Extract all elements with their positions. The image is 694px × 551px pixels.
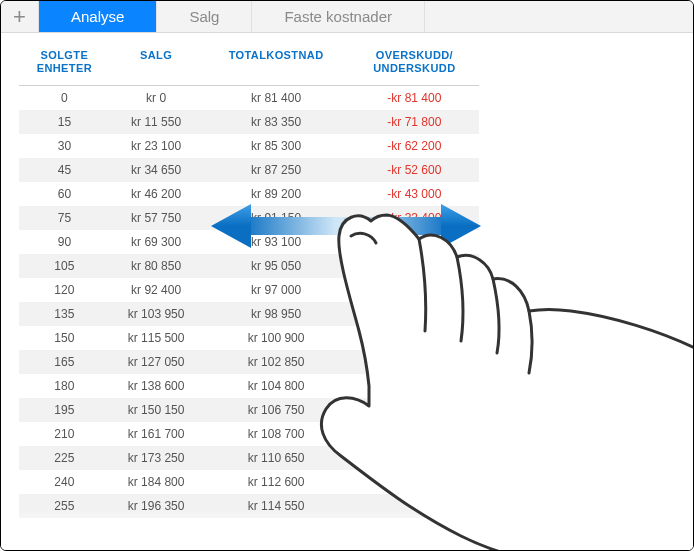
cell-cost[interactable]: kr 95 050 xyxy=(202,254,349,278)
cell-sales[interactable]: kr 127 050 xyxy=(110,350,203,374)
cell-cost[interactable]: kr 112 600 xyxy=(202,470,349,494)
table-row[interactable]: 150kr 115 500kr 100 900 xyxy=(19,326,479,350)
cell-profit[interactable] xyxy=(350,446,479,470)
cell-profit[interactable]: -kr 14 200 xyxy=(350,254,479,278)
cell-profit[interactable] xyxy=(350,422,479,446)
table-row[interactable]: 165kr 127 050kr 102 850kr xyxy=(19,350,479,374)
cell-cost[interactable]: kr 104 800 xyxy=(202,374,349,398)
cell-units[interactable]: 0 xyxy=(19,86,110,111)
cell-units[interactable]: 225 xyxy=(19,446,110,470)
cell-units[interactable]: 135 xyxy=(19,302,110,326)
cell-sales[interactable]: kr 0 xyxy=(110,86,203,111)
table-row[interactable]: 210kr 161 700kr 108 700 xyxy=(19,422,479,446)
cell-sales[interactable]: kr 57 750 xyxy=(110,206,203,230)
col-header-units[interactable]: SOLGTE ENHETER xyxy=(19,43,110,86)
table-row[interactable]: 75kr 57 750kr 91 150-kr 33 400 xyxy=(19,206,479,230)
cell-sales[interactable]: kr 69 300 xyxy=(110,230,203,254)
cell-profit[interactable]: -kr 71 800 xyxy=(350,110,479,134)
cell-profit[interactable]: -kr 62 200 xyxy=(350,134,479,158)
cell-units[interactable]: 45 xyxy=(19,158,110,182)
cell-sales[interactable]: kr 173 250 xyxy=(110,446,203,470)
table-row[interactable]: 225kr 173 250kr 110 650 xyxy=(19,446,479,470)
cell-profit[interactable] xyxy=(350,374,479,398)
table-row[interactable]: 195kr 150 150kr 106 750 xyxy=(19,398,479,422)
cell-sales[interactable]: kr 138 600 xyxy=(110,374,203,398)
cell-units[interactable]: 240 xyxy=(19,470,110,494)
cell-cost[interactable]: kr 106 750 xyxy=(202,398,349,422)
cell-cost[interactable]: kr 98 950 xyxy=(202,302,349,326)
tab-analyse[interactable]: Analyse xyxy=(39,1,157,32)
cell-profit[interactable]: -kr 81 400 xyxy=(350,86,479,111)
cell-profit[interactable]: kr xyxy=(350,350,479,374)
cell-units[interactable]: 60 xyxy=(19,182,110,206)
cell-profit[interactable] xyxy=(350,494,479,518)
table-row[interactable]: 15kr 11 550kr 83 350-kr 71 800 xyxy=(19,110,479,134)
cell-units[interactable]: 15 xyxy=(19,110,110,134)
table-row[interactable]: 60kr 46 200kr 89 200-kr 43 000 xyxy=(19,182,479,206)
cell-cost[interactable]: kr 102 850 xyxy=(202,350,349,374)
cell-cost[interactable]: kr 110 650 xyxy=(202,446,349,470)
cell-sales[interactable]: kr 46 200 xyxy=(110,182,203,206)
cell-sales[interactable]: kr 11 550 xyxy=(110,110,203,134)
tab-salg[interactable]: Salg xyxy=(157,1,252,32)
cell-units[interactable]: 30 xyxy=(19,134,110,158)
add-tab-button[interactable]: + xyxy=(1,1,39,32)
cell-profit[interactable] xyxy=(350,326,479,350)
cell-units[interactable]: 90 xyxy=(19,230,110,254)
cell-profit[interactable] xyxy=(350,278,479,302)
cell-profit[interactable] xyxy=(350,470,479,494)
cell-sales[interactable]: kr 161 700 xyxy=(110,422,203,446)
cell-profit[interactable] xyxy=(350,398,479,422)
cell-cost[interactable]: kr 85 300 xyxy=(202,134,349,158)
table-row[interactable]: 45kr 34 650kr 87 250-kr 52 600 xyxy=(19,158,479,182)
table-row[interactable]: 255kr 196 350kr 114 550 xyxy=(19,494,479,518)
cell-units[interactable]: 180 xyxy=(19,374,110,398)
tab-faste-kostnader[interactable]: Faste kostnader xyxy=(252,1,425,32)
table-row[interactable]: 30kr 23 100kr 85 300-kr 62 200 xyxy=(19,134,479,158)
cell-cost[interactable]: kr 114 550 xyxy=(202,494,349,518)
cell-units[interactable]: 255 xyxy=(19,494,110,518)
cell-profit[interactable]: -kr 33 400 xyxy=(350,206,479,230)
table-container[interactable]: SOLGTE ENHETER SALG TOTALKOSTNAD OVERSKU… xyxy=(1,33,693,550)
cell-sales[interactable]: kr 184 800 xyxy=(110,470,203,494)
cell-sales[interactable]: kr 150 150 xyxy=(110,398,203,422)
cell-units[interactable]: 75 xyxy=(19,206,110,230)
table-row[interactable]: 90kr 69 300kr 93 100-kr 23 800 xyxy=(19,230,479,254)
col-header-cost[interactable]: TOTALKOSTNAD xyxy=(202,43,349,86)
cell-cost[interactable]: kr 97 000 xyxy=(202,278,349,302)
col-header-profit[interactable]: OVERSKUDD/ UNDERSKUDD xyxy=(350,43,479,86)
table-row[interactable]: 240kr 184 800kr 112 600 xyxy=(19,470,479,494)
cell-cost[interactable]: kr 89 200 xyxy=(202,182,349,206)
col-header-sales[interactable]: SALG xyxy=(110,43,203,86)
cell-cost[interactable]: kr 83 350 xyxy=(202,110,349,134)
cell-units[interactable]: 195 xyxy=(19,398,110,422)
table-row[interactable]: 180kr 138 600kr 104 800 xyxy=(19,374,479,398)
cell-sales[interactable]: kr 196 350 xyxy=(110,494,203,518)
cell-cost[interactable]: kr 108 700 xyxy=(202,422,349,446)
cell-cost[interactable]: kr 87 250 xyxy=(202,158,349,182)
cell-profit[interactable]: -kr 52 600 xyxy=(350,158,479,182)
cell-profit[interactable]: -kr 43 000 xyxy=(350,182,479,206)
cell-sales[interactable]: kr 23 100 xyxy=(110,134,203,158)
cell-profit[interactable] xyxy=(350,302,479,326)
cell-sales[interactable]: kr 92 400 xyxy=(110,278,203,302)
cell-units[interactable]: 165 xyxy=(19,350,110,374)
cell-sales[interactable]: kr 103 950 xyxy=(110,302,203,326)
cell-cost[interactable]: kr 93 100 xyxy=(202,230,349,254)
table-row[interactable]: 0kr 0kr 81 400-kr 81 400 xyxy=(19,86,479,111)
cell-units[interactable]: 105 xyxy=(19,254,110,278)
cell-cost[interactable]: kr 91 150 xyxy=(202,206,349,230)
cell-units[interactable]: 120 xyxy=(19,278,110,302)
cell-units[interactable]: 210 xyxy=(19,422,110,446)
cell-units[interactable]: 150 xyxy=(19,326,110,350)
table-row[interactable]: 120kr 92 400kr 97 000 xyxy=(19,278,479,302)
cell-cost[interactable]: kr 100 900 xyxy=(202,326,349,350)
cell-sales[interactable]: kr 115 500 xyxy=(110,326,203,350)
cell-sales[interactable]: kr 80 850 xyxy=(110,254,203,278)
table-row[interactable]: 135kr 103 950kr 98 950 xyxy=(19,302,479,326)
table-header-row: SOLGTE ENHETER SALG TOTALKOSTNAD OVERSKU… xyxy=(19,43,479,86)
cell-cost[interactable]: kr 81 400 xyxy=(202,86,349,111)
table-row[interactable]: 105kr 80 850kr 95 050-kr 14 200 xyxy=(19,254,479,278)
cell-profit[interactable]: -kr 23 800 xyxy=(350,230,479,254)
cell-sales[interactable]: kr 34 650 xyxy=(110,158,203,182)
